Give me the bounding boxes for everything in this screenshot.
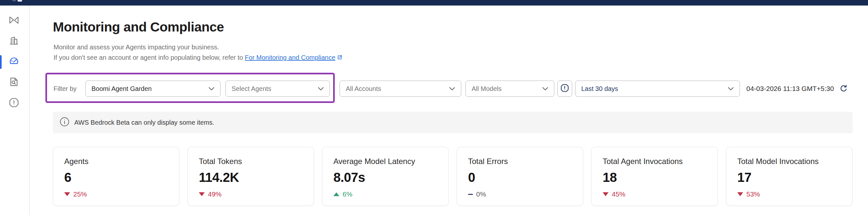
active-nav-indicator bbox=[0, 55, 2, 69]
top-navigation-bar bbox=[0, 0, 868, 5]
kpi-card-total-agent-invocations: Total Agent Invocations 18 45% bbox=[591, 147, 718, 206]
kpi-card-total-errors: Total Errors 0 0% bbox=[457, 147, 583, 206]
monitoring-compliance-doc-link[interactable]: For Monitoring and Compliance bbox=[245, 54, 335, 61]
chevron-down-icon bbox=[449, 87, 455, 90]
filter-by-label: Filter by bbox=[54, 85, 83, 92]
kpi-card-agents: Agents 6 25% bbox=[53, 147, 179, 206]
kpi-card-label: Total Tokens bbox=[199, 157, 303, 166]
kpi-card-delta: 49% bbox=[199, 190, 303, 198]
sidebar-item-monitoring[interactable] bbox=[8, 56, 20, 68]
filter-toolbar: Filter by Boomi Agent Garden Select Agen… bbox=[30, 73, 868, 103]
sidebar-item-organization[interactable] bbox=[8, 35, 20, 47]
select-agents-dropdown[interactable]: Select Agents bbox=[225, 81, 330, 97]
sidebar-item-alerts[interactable] bbox=[8, 97, 20, 109]
delta-down-icon bbox=[737, 192, 743, 196]
boomi-logo-fragment bbox=[12, 0, 23, 2]
kpi-card-label: Agents bbox=[64, 157, 168, 166]
kpi-card-average-model-latency: Average Model Latency 8.07s 6% bbox=[322, 147, 448, 206]
kpi-card-delta: 53% bbox=[737, 190, 841, 198]
kpi-card-value: 17 bbox=[737, 170, 841, 185]
delta-flat-icon bbox=[468, 194, 473, 195]
gauge-monitoring-icon bbox=[8, 56, 20, 68]
kpi-card-delta: 0% bbox=[468, 190, 572, 198]
page-subtitle: Monitor and assess your Agents impacting… bbox=[54, 44, 219, 51]
main-content: Monitoring and Compliance Monitor and as… bbox=[30, 5, 868, 215]
external-link-icon bbox=[337, 54, 343, 62]
select-agents-dropdown-value: Select Agents bbox=[231, 85, 314, 92]
building-icon bbox=[8, 35, 20, 47]
kpi-card-value: 8.07s bbox=[334, 170, 437, 185]
kpi-card-total-model-invocations: Total Model Invocations 17 53% bbox=[726, 147, 852, 206]
last-refreshed-timestamp: 04-03-2026 11:13 GMT+5:30 bbox=[746, 85, 834, 92]
kpi-card-label: Total Agent Invocations bbox=[603, 157, 707, 166]
document-search-icon bbox=[8, 76, 20, 89]
delta-down-icon bbox=[199, 192, 205, 196]
chevron-down-icon bbox=[318, 87, 324, 90]
kpi-card-delta: 25% bbox=[64, 190, 168, 198]
date-range-dropdown[interactable]: Last 30 days bbox=[575, 81, 740, 97]
sidebar-item-processes[interactable] bbox=[8, 15, 20, 27]
all-models-dropdown[interactable]: All Models bbox=[465, 81, 554, 97]
sidebar-item-logs[interactable] bbox=[8, 76, 20, 89]
bowtie-processes-icon bbox=[8, 15, 20, 27]
all-accounts-dropdown[interactable]: All Accounts bbox=[340, 81, 461, 97]
kpi-card-value: 6 bbox=[64, 170, 168, 185]
delta-up-icon bbox=[334, 192, 339, 196]
kpi-card-label: Total Errors bbox=[468, 157, 572, 166]
chevron-down-icon bbox=[209, 87, 214, 90]
kpi-card-row: Agents 6 25% Total Tokens 114.2K 49% Ave… bbox=[53, 147, 852, 206]
product-dropdown-value: Boomi Agent Garden bbox=[91, 85, 205, 92]
all-accounts-dropdown-value: All Accounts bbox=[346, 85, 445, 92]
kpi-card-value: 18 bbox=[603, 170, 707, 185]
info-icon bbox=[59, 116, 70, 128]
all-models-dropdown-value: All Models bbox=[472, 85, 538, 92]
page-help-text: If you don't see an account or agent inf… bbox=[54, 54, 343, 62]
delta-down-icon bbox=[64, 192, 70, 196]
alerts-info-button[interactable] bbox=[557, 81, 572, 97]
refresh-button[interactable] bbox=[838, 83, 849, 94]
alert-octagon-icon bbox=[8, 97, 20, 109]
chevron-down-icon bbox=[728, 87, 734, 90]
kpi-card-delta: 6% bbox=[334, 190, 437, 198]
kpi-card-value: 0 bbox=[468, 170, 572, 185]
alert-octagon-icon bbox=[560, 83, 569, 94]
chevron-down-icon bbox=[542, 87, 548, 90]
kpi-card-total-tokens: Total Tokens 114.2K 49% bbox=[187, 147, 314, 206]
kpi-card-value: 114.2K bbox=[199, 170, 303, 185]
info-banner-text: AWS Bedrock Beta can only display some i… bbox=[74, 119, 214, 126]
left-sidebar bbox=[0, 5, 30, 215]
info-banner: AWS Bedrock Beta can only display some i… bbox=[53, 112, 853, 133]
kpi-card-delta: 45% bbox=[603, 190, 707, 198]
kpi-card-label: Total Model Invocations bbox=[737, 157, 841, 166]
kpi-card-label: Average Model Latency bbox=[334, 157, 437, 166]
date-range-dropdown-value: Last 30 days bbox=[581, 85, 724, 92]
delta-down-icon bbox=[603, 192, 609, 196]
page-title: Monitoring and Compliance bbox=[53, 20, 224, 35]
product-dropdown[interactable]: Boomi Agent Garden bbox=[85, 81, 221, 97]
